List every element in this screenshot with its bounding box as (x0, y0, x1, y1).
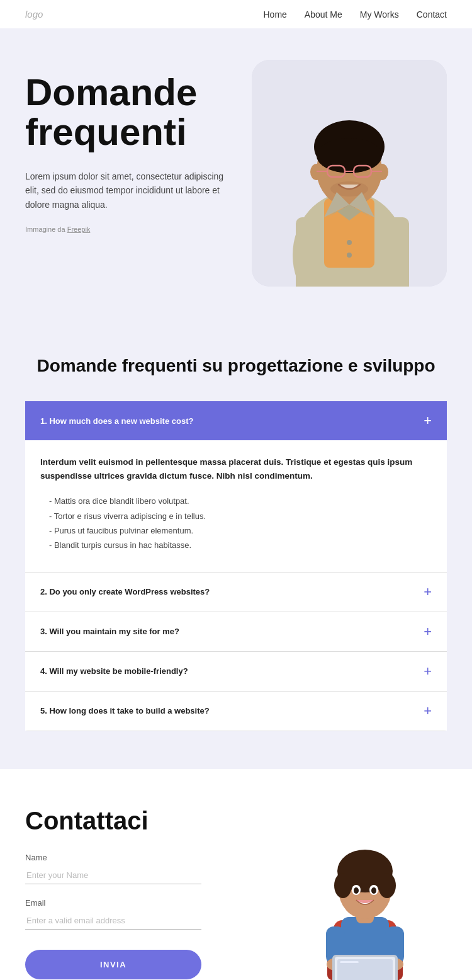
contact-person-svg (296, 826, 434, 980)
nav-about-me[interactable]: About Me (305, 9, 342, 20)
nav-contact[interactable]: Contact (417, 9, 447, 20)
contact-form-area: Contattaci Name Email INVIA Immagine da … (25, 807, 264, 980)
faq-bullet-1-4: Blandit turpis cursus in hac habitasse. (40, 538, 432, 552)
hero-freepik-link[interactable]: Freepik (67, 225, 91, 233)
faq-item-4: 4. Will my website be mobile-friendly? + (25, 652, 447, 692)
faq-bullets-1: Mattis ora dice blandit libero volutpat.… (40, 494, 432, 553)
faq-header-3[interactable]: 3. Will you maintain my site for me? + (25, 612, 447, 651)
hero-description: Lorem ipsum dolor sit amet, consectetur … (25, 169, 227, 212)
svg-point-16 (347, 240, 352, 245)
faq-bullet-1-1: Mattis ora dice blandit libero volutpat. (40, 494, 432, 508)
svg-point-45 (371, 887, 376, 894)
contact-title: Contattaci (25, 807, 264, 835)
faq-toggle-2: + (424, 585, 432, 599)
faq-question-1: 1. How much does a new website cost? (40, 416, 193, 426)
contact-name-label: Name (25, 853, 264, 862)
contact-email-field: Email (25, 898, 264, 930)
faq-bullet-1-3: Purus ut faucibus pulvinar elementum. (40, 523, 432, 538)
contact-email-label: Email (25, 898, 264, 908)
svg-point-44 (354, 887, 359, 894)
faq-bold-text-1: Interdum velit euismod in pellentesque m… (40, 455, 432, 482)
contact-illustration (283, 807, 447, 980)
faq-body-1: Interdum velit euismod in pellentesque m… (25, 440, 447, 572)
contact-name-field: Name (25, 853, 264, 884)
contact-email-input[interactable] (25, 911, 201, 930)
faq-toggle-5: + (424, 704, 432, 718)
svg-point-7 (317, 138, 382, 173)
faq-section: Domande frequenti su progettazione e svi… (0, 318, 472, 769)
faq-item-2: 2. Do you only create WordPress websites… (25, 573, 447, 612)
faq-toggle-4: + (424, 664, 432, 678)
svg-point-17 (347, 253, 352, 258)
faq-question-5: 5. How long does it take to build a webs… (40, 706, 210, 715)
faq-header-5[interactable]: 5. How long does it take to build a webs… (25, 692, 447, 731)
svg-rect-36 (340, 961, 359, 963)
hero-person-svg (252, 60, 447, 287)
hero-text: Domande frequenti Lorem ipsum dolor sit … (25, 66, 239, 248)
faq-item-1: 1. How much does a new website cost? + I… (25, 401, 447, 573)
svg-point-40 (334, 873, 352, 898)
faq-question-4: 4. Will my website be mobile-friendly? (40, 666, 188, 676)
logo: logo (25, 9, 43, 20)
faq-header-1[interactable]: 1. How much does a new website cost? + (25, 401, 447, 440)
hero-title: Domande frequenti (25, 72, 239, 152)
hero-image-credit: Immagine da Freepik (25, 224, 227, 236)
faq-header-4[interactable]: 4. Will my website be mobile-friendly? + (25, 652, 447, 691)
faq-bullet-1-2: Tortor e risus viverra adipiscing e in t… (40, 509, 432, 523)
faq-section-title: Domande frequenti su progettazione e svi… (25, 356, 447, 376)
faq-toggle-3: + (424, 625, 432, 639)
nav-my-works[interactable]: My Works (360, 9, 399, 20)
hero-section: Domande frequenti Lorem ipsum dolor sit … (0, 28, 472, 318)
hero-image (252, 60, 447, 287)
faq-item-3: 3. Will you maintain my site for me? + (25, 612, 447, 652)
contact-section: Contattaci Name Email INVIA Immagine da … (0, 769, 472, 980)
nav-links: Home About Me My Works Contact (263, 9, 447, 20)
nav-home[interactable]: Home (263, 9, 286, 20)
svg-point-41 (378, 873, 396, 898)
contact-name-input[interactable] (25, 866, 201, 884)
faq-question-3: 3. Will you maintain my site for me? (40, 627, 179, 636)
navbar: logo Home About Me My Works Contact (0, 0, 472, 28)
faq-item-5: 5. How long does it take to build a webs… (25, 692, 447, 731)
faq-question-2: 2. Do you only create WordPress websites… (40, 587, 210, 596)
faq-header-2[interactable]: 2. Do you only create WordPress websites… (25, 573, 447, 612)
invia-button[interactable]: INVIA (25, 950, 201, 979)
faq-toggle-1: + (424, 414, 432, 428)
